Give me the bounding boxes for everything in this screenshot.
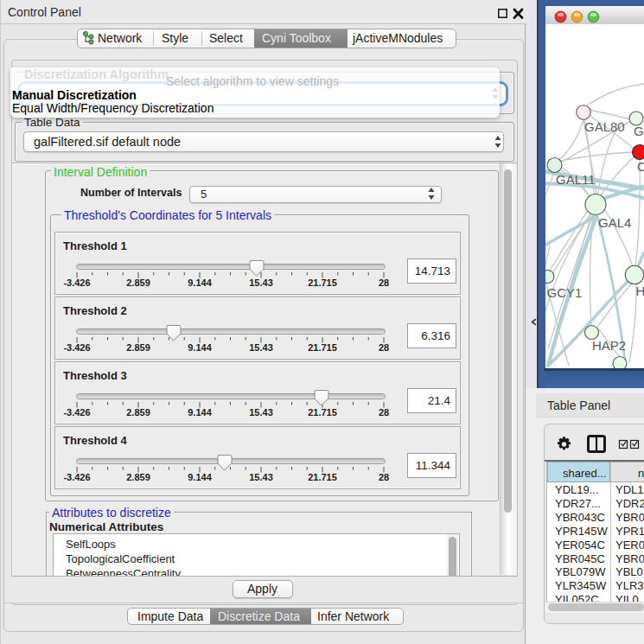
svg-text:HAP2: HAP2 — [592, 338, 626, 353]
svg-text:GA: GA — [634, 124, 644, 138]
svg-text:GCY1: GCY1 — [547, 285, 583, 300]
svg-text:H: H — [636, 284, 644, 298]
svg-text:GAL80: GAL80 — [584, 119, 625, 134]
svg-text:C: C — [637, 159, 644, 174]
svg-text:GAL11: GAL11 — [556, 172, 596, 187]
svg-text:GAL4: GAL4 — [598, 215, 631, 230]
